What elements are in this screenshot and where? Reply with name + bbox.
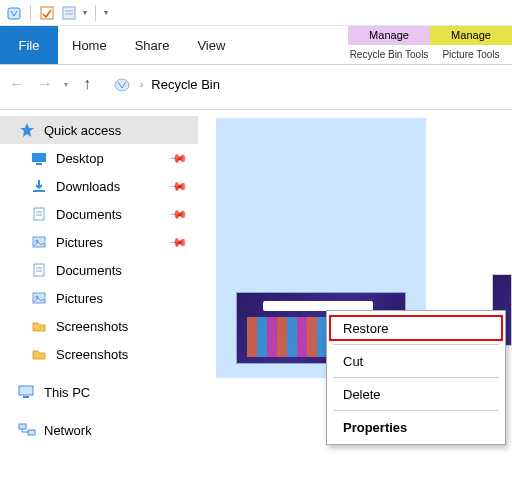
context-menu: Restore Cut Delete Properties <box>326 310 506 445</box>
sidebar-item-downloads[interactable]: Downloads 📌 <box>0 172 198 200</box>
file-tab[interactable]: File <box>0 26 58 64</box>
breadcrumb-location[interactable]: Recycle Bin <box>151 77 220 92</box>
breadcrumb-separator-icon: › <box>140 79 143 90</box>
contextual-tab-title: Manage <box>430 26 512 45</box>
tab-home[interactable]: Home <box>58 26 121 64</box>
navigation-pane: Quick access Desktop 📌 Downloads 📌 Docum… <box>0 110 198 500</box>
svg-rect-23 <box>28 430 35 435</box>
svg-rect-1 <box>41 7 53 19</box>
network-icon <box>18 421 36 439</box>
title-bar: ▾ ▾ <box>0 0 512 26</box>
ribbon-tabs: File Home Share View Manage Recycle Bin … <box>0 26 512 65</box>
desktop-icon <box>30 149 48 167</box>
document-icon <box>30 205 48 223</box>
sidebar-item-documents[interactable]: Documents <box>0 256 198 284</box>
sidebar-item-pictures[interactable]: Pictures 📌 <box>0 228 198 256</box>
qat-separator <box>30 5 31 21</box>
folder-icon <box>30 345 48 363</box>
svg-rect-8 <box>36 163 42 165</box>
tab-view[interactable]: View <box>183 26 239 64</box>
pictures-icon <box>30 233 48 251</box>
sidebar-item-label: Quick access <box>44 123 121 138</box>
qat-separator <box>95 5 96 21</box>
properties-qat-icon[interactable] <box>39 5 55 21</box>
folder-icon <box>30 317 48 335</box>
pin-icon: 📌 <box>168 148 189 169</box>
contextual-tab-recycle-bin-tools[interactable]: Manage Recycle Bin Tools <box>348 26 430 64</box>
contextual-tab-sub: Picture Tools <box>430 45 512 65</box>
svg-rect-2 <box>63 7 75 19</box>
sidebar-item-label: Documents <box>56 263 122 278</box>
star-icon <box>18 121 36 139</box>
contextual-tab-sub: Recycle Bin Tools <box>348 45 430 65</box>
document-icon <box>30 261 48 279</box>
context-menu-cut[interactable]: Cut <box>329 348 503 374</box>
pin-icon: 📌 <box>168 232 189 253</box>
svg-point-5 <box>115 79 129 91</box>
sidebar-item-label: Desktop <box>56 151 104 166</box>
download-icon <box>30 177 48 195</box>
svg-rect-0 <box>8 8 20 19</box>
sidebar-item-label: Pictures <box>56 291 103 306</box>
back-button[interactable]: ← <box>8 75 26 93</box>
sidebar-item-label: Screenshots <box>56 319 128 334</box>
sidebar-item-quick-access[interactable]: Quick access <box>0 116 198 144</box>
svg-rect-7 <box>32 153 46 162</box>
contextual-tab-group: Manage Recycle Bin Tools Manage Picture … <box>348 26 512 64</box>
svg-rect-15 <box>34 264 44 276</box>
svg-rect-10 <box>34 208 44 220</box>
sidebar-item-screenshots[interactable]: Screenshots <box>0 312 198 340</box>
sidebar-item-screenshots[interactable]: Screenshots <box>0 340 198 368</box>
context-menu-separator <box>333 410 499 411</box>
pin-icon: 📌 <box>168 204 189 225</box>
svg-rect-22 <box>19 424 26 429</box>
qat-customize-icon[interactable]: ▾ <box>104 8 108 17</box>
tab-share[interactable]: Share <box>121 26 184 64</box>
sidebar-item-this-pc[interactable]: This PC <box>0 378 198 406</box>
context-menu-separator <box>333 377 499 378</box>
svg-rect-21 <box>23 396 29 398</box>
sidebar-item-label: Downloads <box>56 179 120 194</box>
recycle-bin-app-icon <box>6 5 22 21</box>
new-folder-qat-icon[interactable] <box>61 5 77 21</box>
forward-button[interactable]: → <box>36 75 54 93</box>
sidebar-item-pictures[interactable]: Pictures <box>0 284 198 312</box>
history-dropdown-icon[interactable]: ▾ <box>64 80 68 89</box>
main-area: Quick access Desktop 📌 Downloads 📌 Docum… <box>0 110 512 500</box>
svg-rect-20 <box>19 386 33 395</box>
contextual-tab-picture-tools[interactable]: Manage Picture Tools <box>430 26 512 64</box>
sidebar-item-desktop[interactable]: Desktop 📌 <box>0 144 198 172</box>
sidebar-item-label: Pictures <box>56 235 103 250</box>
sidebar-item-label: Network <box>44 423 92 438</box>
context-menu-properties[interactable]: Properties <box>329 414 503 440</box>
context-menu-delete[interactable]: Delete <box>329 381 503 407</box>
this-pc-icon <box>18 383 36 401</box>
sidebar-item-documents[interactable]: Documents 📌 <box>0 200 198 228</box>
sidebar-item-label: Screenshots <box>56 347 128 362</box>
sidebar-item-label: This PC <box>44 385 90 400</box>
context-menu-separator <box>333 344 499 345</box>
sidebar-item-label: Documents <box>56 207 122 222</box>
recycle-bin-icon <box>112 74 132 94</box>
up-button[interactable]: ↑ <box>78 75 96 93</box>
navigation-bar: ← → ▾ ↑ › Recycle Bin <box>0 65 512 103</box>
contextual-tab-title: Manage <box>348 26 430 45</box>
pictures-icon <box>30 289 48 307</box>
content-pane[interactable]: Restore Cut Delete Properties <box>198 110 512 500</box>
svg-rect-9 <box>33 190 45 192</box>
breadcrumb[interactable]: › Recycle Bin <box>112 74 220 94</box>
context-menu-restore[interactable]: Restore <box>329 315 503 341</box>
sidebar-item-network[interactable]: Network <box>0 416 198 444</box>
svg-marker-6 <box>20 123 34 137</box>
qat-dropdown-icon[interactable]: ▾ <box>83 8 87 17</box>
pin-icon: 📌 <box>168 176 189 197</box>
